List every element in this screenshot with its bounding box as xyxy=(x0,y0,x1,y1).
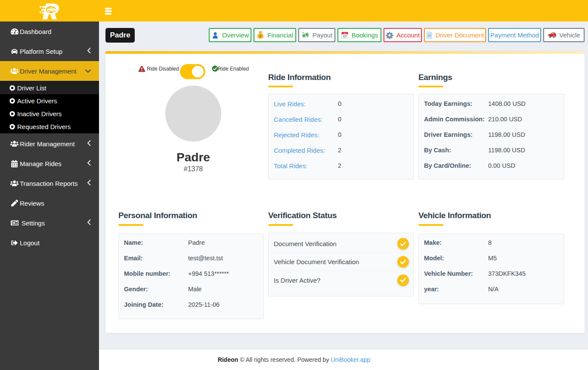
svg-text:17: 17 xyxy=(343,34,346,38)
svg-text:$: $ xyxy=(259,34,262,38)
svg-text:July: July xyxy=(344,32,346,34)
